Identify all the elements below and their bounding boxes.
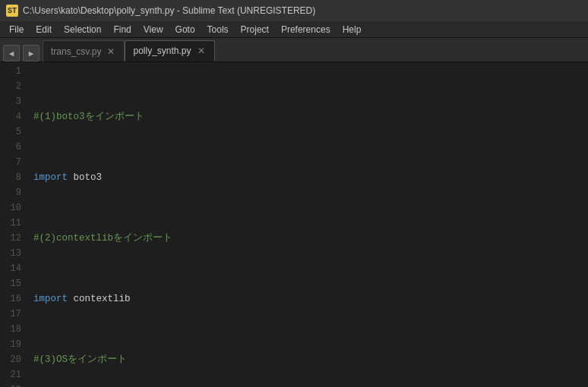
code-line-3: #(2)contextlibをインポート <box>33 231 588 246</box>
tab-trans-csv[interactable]: trans_csv.py ✕ <box>43 40 125 61</box>
line-num-19: 19 <box>6 337 21 352</box>
line-num-1: 1 <box>6 64 21 79</box>
menu-selection[interactable]: Selection <box>58 23 107 36</box>
app-icon-text: ST <box>8 7 17 15</box>
tab-bar: ◀ ▶ trans_csv.py ✕ polly_synth.py ✕ <box>0 38 588 62</box>
line-num-2: 2 <box>6 79 21 94</box>
line-num-13: 13 <box>6 246 21 261</box>
code-text-1: #(1)boto3をインポート <box>33 109 144 124</box>
tab-polly-synth-close[interactable]: ✕ <box>196 46 207 56</box>
tab-nav-back[interactable]: ◀ <box>3 45 20 61</box>
menu-project[interactable]: Project <box>235 23 275 36</box>
line-num-20: 20 <box>6 352 21 367</box>
menu-find[interactable]: Find <box>107 23 137 36</box>
line-num-9: 9 <box>6 185 21 200</box>
menu-bar: File Edit Selection Find View Goto Tools… <box>0 21 588 38</box>
code-kw-2: import <box>33 170 68 185</box>
menu-view[interactable]: View <box>138 23 169 36</box>
menu-goto[interactable]: Goto <box>169 23 201 36</box>
code-area: 1 2 3 4 5 6 7 8 9 10 11 12 13 14 15 16 1… <box>0 62 588 387</box>
window-title: C:\Users\kato\Desktop\polly_synth.py - S… <box>23 5 582 16</box>
tab-trans-csv-close[interactable]: ✕ <box>106 46 116 57</box>
line-numbers: 1 2 3 4 5 6 7 8 9 10 11 12 13 14 15 16 1… <box>0 62 27 387</box>
menu-edit[interactable]: Edit <box>30 23 58 36</box>
line-num-14: 14 <box>6 261 21 276</box>
line-num-7: 7 <box>6 155 21 170</box>
menu-help[interactable]: Help <box>337 23 368 36</box>
code-line-2: import boto3 <box>33 170 588 185</box>
line-num-11: 11 <box>6 216 21 231</box>
line-num-4: 4 <box>6 109 21 124</box>
line-num-18: 18 <box>6 322 21 337</box>
title-bar: ST C:\Users\kato\Desktop\polly_synth.py … <box>0 0 588 21</box>
line-num-17: 17 <box>6 307 21 322</box>
line-num-21: 21 <box>6 367 21 382</box>
code-text-3: #(2)contextlibをインポート <box>33 231 172 246</box>
code-line-1: #(1)boto3をインポート <box>33 109 588 124</box>
tab-polly-synth[interactable]: polly_synth.py ✕ <box>125 40 214 61</box>
line-num-10: 10 <box>6 200 21 216</box>
line-num-15: 15 <box>6 276 21 291</box>
code-line-4: import contextlib <box>33 291 588 307</box>
line-num-16: 16 <box>6 291 21 307</box>
line-num-22: 22 <box>6 382 21 387</box>
menu-file[interactable]: File <box>3 23 30 36</box>
code-content[interactable]: #(1)boto3をインポート import boto3 #(2)context… <box>27 62 588 387</box>
tab-trans-csv-label: trans_csv.py <box>51 46 101 57</box>
tab-polly-synth-label: polly_synth.py <box>133 46 191 56</box>
line-num-8: 8 <box>6 170 21 185</box>
code-line-5: #(3)OSをインポート <box>33 352 588 367</box>
line-num-12: 12 <box>6 231 21 246</box>
menu-preferences[interactable]: Preferences <box>275 23 337 36</box>
line-num-3: 3 <box>6 94 21 109</box>
line-num-6: 6 <box>6 140 21 155</box>
menu-tools[interactable]: Tools <box>201 23 235 36</box>
tab-nav-forward[interactable]: ▶ <box>23 45 40 61</box>
line-num-5: 5 <box>6 124 21 140</box>
app-icon: ST <box>6 5 18 17</box>
